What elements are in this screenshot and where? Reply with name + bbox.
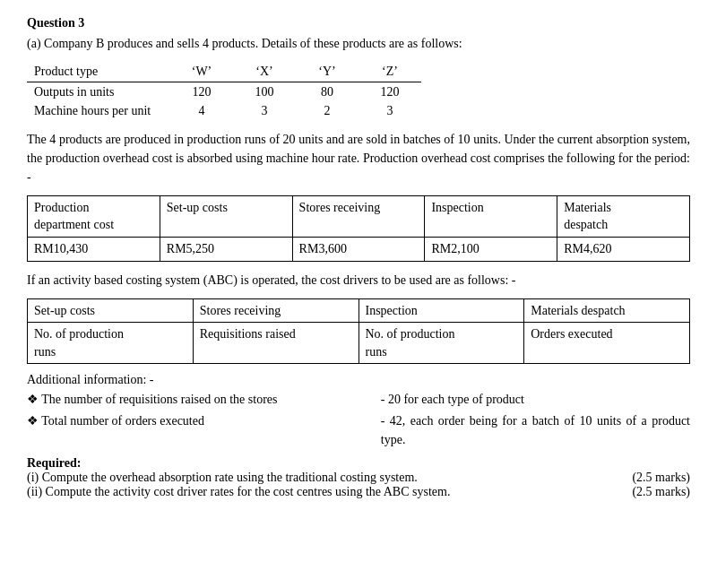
bullet2-left: ❖ Total number of orders executed bbox=[27, 411, 372, 449]
product-cell-1-1: 4 bbox=[170, 101, 233, 121]
product-cell-1-3: 2 bbox=[296, 101, 358, 121]
product-cell-0-3: 80 bbox=[296, 82, 358, 101]
para2: If an activity based costing system (ABC… bbox=[27, 271, 690, 290]
production-table: Production department costSet-up costsSt… bbox=[27, 195, 690, 262]
req-ii-row: (ii) Compute the activity cost driver ra… bbox=[27, 485, 690, 499]
prod-header-3: Inspection bbox=[425, 195, 557, 237]
required-section: Required: (i) Compute the overhead absor… bbox=[27, 456, 690, 499]
product-cell-1-4: 3 bbox=[358, 101, 421, 121]
prod-header-2: Stores receiving bbox=[292, 195, 425, 237]
abc-header-3: Materials despatch bbox=[524, 298, 690, 323]
req-ii-marks: (2.5 marks) bbox=[623, 485, 690, 499]
req-i-row: (i) Compute the overhead absorption rate… bbox=[27, 471, 690, 485]
abc-table: Set-up costsStores receivingInspectionMa… bbox=[27, 298, 690, 365]
prod-header-4: Materials despatch bbox=[557, 195, 690, 237]
abc-cell-3: Orders executed bbox=[524, 323, 690, 364]
product-header-3: ‘Y’ bbox=[296, 62, 358, 82]
para1: The 4 products are produced in productio… bbox=[27, 130, 690, 186]
bullet1-right: - 20 for each type of product bbox=[372, 390, 690, 409]
prod-cell-1: RM5,250 bbox=[160, 237, 292, 261]
abc-cell-2: No. of production runs bbox=[358, 323, 524, 364]
additional-section: Additional information: - ❖ The number o… bbox=[27, 373, 690, 449]
bullet-row-1: ❖ The number of requisitions raised on t… bbox=[27, 390, 690, 409]
prod-cell-0: RM10,430 bbox=[28, 237, 160, 261]
product-cell-0-2: 100 bbox=[233, 82, 296, 101]
abc-cell-0: No. of production runs bbox=[28, 323, 194, 364]
prod-cell-4: RM4,620 bbox=[557, 237, 690, 261]
prod-cell-3: RM2,100 bbox=[425, 237, 557, 261]
product-header-4: ‘Z’ bbox=[358, 62, 421, 82]
req-ii-text: (ii) Compute the activity cost driver ra… bbox=[27, 485, 623, 499]
additional-title: Additional information: - bbox=[27, 373, 690, 387]
product-table: Product type‘W’‘X’‘Y’‘Z’Outputs in units… bbox=[27, 62, 421, 121]
req-i-marks: (2.5 marks) bbox=[623, 471, 690, 485]
abc-header-2: Inspection bbox=[358, 298, 524, 323]
abc-cell-1: Requisitions raised bbox=[193, 323, 358, 364]
bullet1-left: ❖ The number of requisitions raised on t… bbox=[27, 390, 372, 409]
product-cell-0-1: 120 bbox=[170, 82, 233, 101]
product-cell-0-4: 120 bbox=[358, 82, 421, 101]
prod-cell-2: RM3,600 bbox=[292, 237, 425, 261]
product-header-2: ‘X’ bbox=[233, 62, 296, 82]
abc-header-1: Stores receiving bbox=[193, 298, 358, 323]
req-i-text: (i) Compute the overhead absorption rate… bbox=[27, 471, 623, 485]
question-title: Question 3 bbox=[27, 16, 690, 30]
prod-header-0: Production department cost bbox=[28, 195, 160, 237]
product-header-0: Product type bbox=[27, 62, 170, 82]
part-a-intro: (a) Company B produces and sells 4 produ… bbox=[27, 34, 690, 53]
bullet2-right: - 42, each order being for a batch of 10… bbox=[372, 411, 690, 449]
bullet-row-2: ❖ Total number of orders executed - 42, … bbox=[27, 411, 690, 449]
product-cell-1-0: Machine hours per unit bbox=[27, 101, 170, 121]
question-container: Question 3 (a) Company B produces and se… bbox=[27, 16, 690, 499]
prod-header-1: Set-up costs bbox=[160, 195, 292, 237]
product-cell-1-2: 3 bbox=[233, 101, 296, 121]
required-title: Required: bbox=[27, 456, 690, 471]
abc-header-0: Set-up costs bbox=[28, 298, 194, 323]
product-header-1: ‘W’ bbox=[170, 62, 233, 82]
product-cell-0-0: Outputs in units bbox=[27, 82, 170, 101]
